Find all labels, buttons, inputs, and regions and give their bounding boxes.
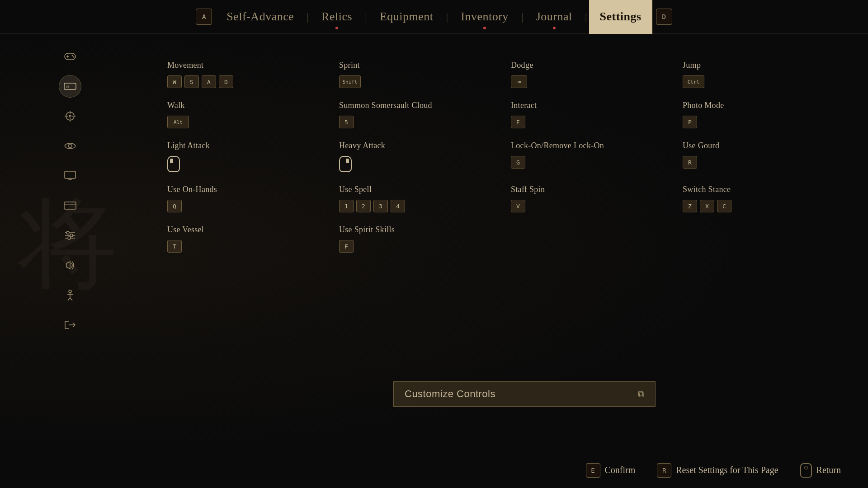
- key-alt: Alt: [167, 116, 189, 128]
- control-use-spirit-skills-label: Use Spirit Skills: [339, 225, 493, 235]
- sidebar-icon-display2[interactable]: [59, 194, 81, 217]
- svg-line-30: [70, 298, 72, 300]
- svg-point-4: [73, 56, 75, 58]
- control-interact-keys: E: [511, 116, 665, 128]
- control-interact-label: Interact: [511, 101, 665, 110]
- control-heavy-attack-label: Heavy Attack: [339, 141, 493, 150]
- key-shift: Shift: [339, 75, 361, 88]
- customize-controls-button[interactable]: Customize Controls ⧉: [393, 381, 656, 407]
- control-jump-keys: Ctrl: [683, 75, 836, 88]
- control-use-gourd-keys: R: [683, 156, 836, 169]
- control-switch-stance: Switch Stance Z X C: [674, 178, 845, 219]
- control-lockon-label: Lock-On/Remove Lock-On: [511, 141, 665, 150]
- svg-point-13: [68, 144, 72, 148]
- key-f: F: [339, 240, 354, 253]
- control-photo-mode-label: Photo Mode: [683, 101, 836, 110]
- confirm-key: E: [586, 463, 600, 478]
- tab-equipment[interactable]: Equipment: [369, 0, 444, 34]
- confirm-label: Confirm: [605, 465, 636, 475]
- control-use-gourd-label: Use Gourd: [683, 141, 836, 150]
- top-navigation: A Self-Advance | Relics | Equipment | In…: [0, 0, 868, 34]
- nav-separator-4: |: [521, 11, 524, 23]
- tab-self-advance[interactable]: Self-Advance: [216, 0, 305, 34]
- mouse-left-icon: [167, 156, 180, 172]
- nav-separator-2: |: [365, 11, 367, 23]
- key-3: 3: [373, 200, 388, 212]
- control-lockon-keys: G: [511, 156, 665, 169]
- svg-point-24: [68, 237, 71, 239]
- nav-key-left: A: [196, 9, 212, 25]
- sidebar-icon-sliders[interactable]: [59, 224, 81, 247]
- nav-key-right: D: [656, 9, 672, 25]
- control-jump: Jump Ctrl: [674, 54, 845, 94]
- control-use-spirit-skills: Use Spirit Skills F: [330, 219, 502, 259]
- sidebar-icon-exit[interactable]: [59, 314, 81, 336]
- nav-separator-5: |: [585, 11, 587, 23]
- tab-settings[interactable]: Settings: [589, 0, 652, 34]
- control-use-gourd: Use Gourd R: [674, 135, 845, 178]
- key-t: T: [167, 240, 182, 253]
- control-walk: Walk Alt: [158, 94, 330, 135]
- bottom-action-bar: E Confirm R Reset Settings for This Page…: [0, 452, 868, 488]
- control-empty-1: [502, 219, 674, 259]
- control-heavy-attack-keys: [339, 156, 493, 172]
- sidebar-icon-monitor[interactable]: [59, 164, 81, 187]
- control-empty-2: [674, 219, 845, 259]
- control-heavy-attack: Heavy Attack: [330, 135, 502, 178]
- sidebar-icon-keyboard[interactable]: OE: [59, 75, 81, 98]
- key-d: D: [219, 75, 233, 88]
- control-walk-keys: Alt: [167, 116, 321, 128]
- key-c: C: [717, 200, 731, 212]
- return-action: Return: [800, 463, 841, 478]
- control-movement-label: Movement: [167, 61, 321, 70]
- svg-rect-17: [64, 202, 76, 209]
- key-4: 4: [391, 200, 405, 212]
- key-x: X: [700, 200, 714, 212]
- control-walk-label: Walk: [167, 101, 321, 110]
- reset-action: R Reset Settings for This Page: [657, 463, 778, 478]
- svg-line-29: [68, 298, 70, 300]
- nav-separator-1: |: [307, 11, 309, 23]
- key-e: E: [511, 116, 525, 128]
- tab-relics[interactable]: Relics: [311, 0, 363, 34]
- nav-separator-3: |: [446, 11, 448, 23]
- control-use-on-hands-keys: Q: [167, 200, 321, 212]
- sidebar-icon-crosshair[interactable]: [59, 105, 81, 127]
- sidebar-icon-audio[interactable]: [59, 254, 81, 277]
- key-q: Q: [167, 200, 182, 212]
- sidebar-icon-eye[interactable]: [59, 135, 81, 157]
- control-jump-label: Jump: [683, 61, 836, 70]
- return-label: Return: [816, 465, 841, 475]
- return-mouse-dot: [804, 466, 808, 469]
- control-use-on-hands: Use On-Hands Q: [158, 178, 330, 219]
- mouse-right-icon: [339, 156, 352, 172]
- control-staff-spin-label: Staff Spin: [511, 185, 665, 194]
- relics-dot: [335, 27, 338, 29]
- confirm-action: E Confirm: [586, 463, 636, 478]
- key-g: G: [511, 156, 525, 169]
- control-summon-label: Summon Somersault Cloud: [339, 101, 493, 110]
- control-use-vessel-label: Use Vessel: [167, 225, 321, 235]
- control-movement: Movement W S A D: [158, 54, 330, 94]
- control-lockon: Lock-On/Remove Lock-On G: [502, 135, 674, 178]
- tab-inventory[interactable]: Inventory: [450, 0, 519, 34]
- svg-point-8: [69, 115, 71, 117]
- customize-controls-label: Customize Controls: [405, 388, 495, 400]
- control-staff-spin: Staff Spin V: [502, 178, 674, 219]
- key-v: V: [511, 200, 525, 212]
- svg-point-23: [70, 234, 73, 237]
- sidebar-icon-figure[interactable]: [59, 284, 81, 306]
- key-backspace: ⌫: [511, 75, 527, 88]
- control-dodge: Dodge ⌫: [502, 54, 674, 94]
- key-5: 5: [339, 116, 354, 128]
- control-sprint-keys: Shift: [339, 75, 493, 88]
- tab-journal[interactable]: Journal: [525, 0, 583, 34]
- sidebar-icon-gamepad[interactable]: [59, 45, 81, 68]
- control-light-attack-label: Light Attack: [167, 141, 321, 150]
- control-use-spell: Use Spell 1 2 3 4: [330, 178, 502, 219]
- svg-point-3: [72, 55, 73, 56]
- key-z: Z: [683, 200, 697, 212]
- control-switch-stance-keys: Z X C: [683, 200, 836, 212]
- svg-point-26: [69, 290, 71, 293]
- svg-text:OE: OE: [66, 85, 70, 88]
